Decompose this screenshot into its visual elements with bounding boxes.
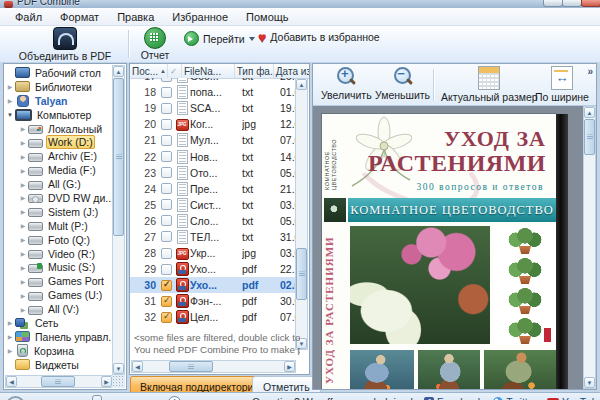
tree-item[interactable]: Games Port <box>5 274 113 288</box>
menu-item[interactable]: Формат <box>51 10 108 24</box>
file-row[interactable]: 19 SCA... txt 19.0 <box>130 100 297 116</box>
tree-item[interactable]: Рабочий стол <box>5 66 113 80</box>
tree-item[interactable]: Archiv (E:) <box>5 149 113 163</box>
file-row[interactable]: 23 Ото... txt 05.0 <box>130 165 297 181</box>
tree-item[interactable]: Foto (Q:) <box>5 233 113 247</box>
fit-width-button[interactable]: По ширине <box>535 66 589 103</box>
close-button[interactable] <box>581 0 600 7</box>
scrollbar-thumb[interactable] <box>584 119 595 155</box>
row-checkbox[interactable] <box>161 135 174 146</box>
row-checkbox[interactable] <box>161 215 174 226</box>
tree-item[interactable]: Локальный <box>5 122 113 136</box>
row-checkbox[interactable] <box>161 248 174 259</box>
file-row[interactable]: 25 Сист... txt 03.0 <box>130 197 297 213</box>
list-horizontal-scrollbar[interactable]: ◀ ▶ <box>131 360 296 373</box>
menu-item[interactable]: Помощь <box>237 10 298 24</box>
menu-item[interactable]: Правка <box>108 10 163 24</box>
combine-to-pdf-button[interactable]: Объединить в PDF <box>6 27 124 62</box>
expander-icon[interactable] <box>5 112 15 118</box>
file-row[interactable]: 21 Мул... txt 07.0 <box>130 132 297 148</box>
file-row[interactable]: 30 Ухо... pdf 02.0 <box>130 277 297 293</box>
expander-icon[interactable] <box>18 194 28 201</box>
tree-item[interactable]: Панель управл... <box>5 330 113 344</box>
scrollbar-thumb[interactable] <box>296 248 307 300</box>
file-row[interactable]: 18 попа... txt 01.0 <box>130 84 297 100</box>
row-checkbox[interactable] <box>161 151 174 162</box>
list-vertical-scrollbar[interactable]: ▲ ▼ <box>295 78 308 350</box>
scroll-right-arrow[interactable]: ▶ <box>284 361 295 372</box>
row-checkbox[interactable] <box>161 183 174 194</box>
zoom-slider-handle[interactable] <box>92 395 102 400</box>
tree-item[interactable]: All (V:) <box>5 302 113 316</box>
row-checkbox[interactable] <box>161 199 174 210</box>
row-checkbox[interactable] <box>161 312 174 323</box>
row-checkbox[interactable] <box>161 103 174 114</box>
scroll-left-arrow[interactable]: ◀ <box>132 361 143 372</box>
report-button[interactable]: Отчет <box>134 27 176 61</box>
tree-vertical-scrollbar[interactable]: ▲ ▼ <box>112 65 125 375</box>
add-to-favorites-button[interactable]: ♥ Добавить в избранное <box>258 31 380 43</box>
scrollbar-thumb[interactable] <box>113 78 124 236</box>
scroll-left-arrow[interactable]: ◀ <box>6 376 17 387</box>
column-header-check[interactable]: ✓ <box>168 64 182 78</box>
tree-horizontal-scrollbar[interactable]: ◀ ▶ <box>5 375 113 388</box>
tree-item[interactable]: DVD RW ди... <box>5 191 113 205</box>
expander-icon[interactable] <box>5 319 15 326</box>
expander-icon[interactable] <box>5 97 15 104</box>
expander-icon[interactable] <box>18 278 28 285</box>
social-link[interactable]: Twitter <box>493 396 537 400</box>
expander-icon[interactable] <box>18 139 28 146</box>
column-header-filename[interactable]: FileNa... <box>182 64 235 78</box>
tree-item[interactable]: Виджеты <box>5 358 113 372</box>
file-row[interactable]: 26 Сло... txt 05.0 <box>130 213 297 229</box>
scrollbar-thumb[interactable] <box>41 376 75 387</box>
tree-item[interactable]: Sistem (J:) <box>5 205 113 219</box>
column-header-date[interactable]: Дата из <box>274 64 309 78</box>
file-row[interactable]: 27 ТЕЛ... txt 31.0 <box>130 229 297 245</box>
tree-item[interactable]: Корзина <box>5 344 113 358</box>
row-checkbox[interactable] <box>161 264 174 275</box>
expander-icon[interactable] <box>18 264 28 271</box>
tree-item[interactable]: Mult (P:) <box>5 219 113 233</box>
expander-icon[interactable] <box>18 167 28 174</box>
tree-item[interactable]: All (G:) <box>5 177 113 191</box>
file-row[interactable]: 32 Цел... pdf 07.0 <box>130 309 297 325</box>
column-header-filetype[interactable]: Тип фа... <box>235 64 274 78</box>
zoom-out-button[interactable]: − Уменьшить <box>375 66 430 101</box>
menu-item[interactable]: Файл <box>6 10 51 24</box>
expander-icon[interactable] <box>18 125 28 132</box>
scroll-up-arrow[interactable]: ▲ <box>584 107 595 118</box>
scroll-down-arrow[interactable]: ▼ <box>113 363 124 374</box>
tree-item[interactable]: Video (R:) <box>5 247 113 261</box>
scroll-right-arrow[interactable]: ▶ <box>101 376 112 387</box>
expander-icon[interactable] <box>18 208 28 215</box>
column-header-position[interactable]: Пос... ▲ <box>130 64 168 78</box>
expander-icon[interactable] <box>5 347 15 354</box>
menu-item[interactable]: Избранное <box>163 10 237 24</box>
file-row[interactable]: 22 Нов... txt 14.0 <box>130 148 297 164</box>
preview-viewport[interactable]: КОМНАТНОЕ ЦВЕТОВОДСТВО УХОД ЗА РАСТЕНИЯМ… <box>313 106 596 389</box>
social-link[interactable]: YouTube <box>547 396 600 400</box>
goto-button[interactable]: Перейти <box>184 31 255 46</box>
expander-icon[interactable] <box>18 222 28 229</box>
zoom-in-button[interactable]: + Увеличить <box>321 66 372 101</box>
tree-item[interactable]: Games (U:) <box>5 288 113 302</box>
expander-icon[interactable] <box>18 236 28 243</box>
maximize-button[interactable] <box>562 0 582 7</box>
file-row[interactable]: 28 Укр... jpg 03.0 <box>130 245 297 261</box>
scroll-down-arrow[interactable]: ▼ <box>584 377 595 388</box>
row-checkbox[interactable] <box>161 280 174 291</box>
row-checkbox[interactable] <box>161 78 174 82</box>
scrollbar-thumb[interactable] <box>169 361 213 372</box>
row-checkbox[interactable] <box>161 231 174 242</box>
row-checkbox[interactable] <box>161 167 174 178</box>
row-checkbox[interactable] <box>161 119 174 130</box>
actual-size-button[interactable]: Актуальный размер <box>441 66 538 103</box>
tree-item[interactable]: Work (D:) <box>5 135 113 149</box>
row-checkbox[interactable] <box>161 296 174 307</box>
expander-icon[interactable] <box>18 181 28 188</box>
file-row[interactable]: 31 Фэн-... pdf 30.0 <box>130 293 297 309</box>
minimize-button[interactable] <box>543 0 563 7</box>
preview-vertical-scrollbar[interactable]: ▲ ▼ <box>583 106 596 389</box>
file-row[interactable]: 24 Пре... txt 21.1 <box>130 181 297 197</box>
